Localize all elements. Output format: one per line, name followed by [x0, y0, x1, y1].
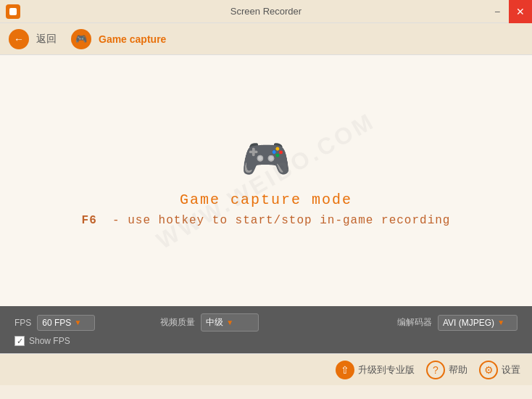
encoder-dropdown-arrow: ▼ [497, 318, 504, 326]
fps-label: FPS [14, 318, 31, 328]
back-label: 返回 [36, 33, 57, 46]
window-controls: − ✕ [486, 0, 532, 23]
help-button[interactable]: ? 帮助 [426, 361, 467, 379]
window-title: Screen Recorder [230, 6, 302, 17]
title-bar-left [0, 4, 20, 19]
quality-select[interactable]: 中级 ▼ [201, 313, 259, 332]
show-fps-label: Show FPS [29, 336, 70, 346]
app-icon [6, 4, 20, 19]
hotkey-rest: - use hotkey to start/stop in-game recor… [97, 214, 451, 227]
settings-row-main: FPS 60 FPS ▼ 视频质量 中级 ▼ 编解码器 AVI (MJPEG) … [14, 313, 518, 332]
settings-bar: FPS 60 FPS ▼ 视频质量 中级 ▼ 编解码器 AVI (MJPEG) … [0, 306, 532, 353]
footer-bar: ⇧ 升级到专业版 ? 帮助 ⚙ 设置 [0, 353, 532, 385]
encoder-value: AVI (MJPEG) [443, 318, 494, 328]
encoder-label: 编解码器 [397, 316, 432, 329]
back-button[interactable]: ← [9, 29, 29, 49]
game-capture-label: Game capture [99, 33, 166, 45]
quality-group: 视频质量 中级 ▼ [160, 313, 259, 332]
hotkey-description: F6 - use hotkey to start/stop in-game re… [82, 214, 451, 227]
close-button[interactable]: ✕ [509, 0, 532, 23]
show-fps-checkbox[interactable]: ✓ [14, 336, 25, 346]
settings-row-checkbox: ✓ Show FPS [14, 336, 518, 346]
hotkey-f6: F6 [82, 214, 97, 227]
settings-button[interactable]: ⚙ 设置 [479, 361, 520, 379]
fps-value: 60 FPS [42, 318, 71, 328]
game-capture-icon: 🎮 [71, 29, 91, 49]
settings-label: 设置 [502, 363, 520, 377]
main-content: WWW.WEIBO.COM 🎮 Game capture mode F6 - u… [0, 55, 532, 306]
gamepad-large-icon: 🎮 [241, 135, 291, 183]
upgrade-label: 升级到专业版 [358, 363, 415, 377]
svg-rect-0 [9, 8, 17, 15]
upgrade-icon: ⇧ [336, 361, 354, 379]
encoder-select[interactable]: AVI (MJPEG) ▼ [438, 315, 518, 331]
gamepad-icon: 🎮 [75, 33, 87, 44]
mode-title: Game capture mode [180, 192, 352, 208]
encoder-group: 编解码器 AVI (MJPEG) ▼ [397, 315, 518, 331]
fps-group: FPS 60 FPS ▼ [14, 315, 95, 331]
quality-value: 中级 [206, 316, 223, 329]
fps-select[interactable]: 60 FPS ▼ [37, 315, 95, 331]
quality-dropdown-arrow: ▼ [226, 318, 233, 326]
quality-label: 视频质量 [160, 316, 195, 329]
fps-dropdown-arrow: ▼ [74, 318, 81, 326]
title-bar: Screen Recorder − ✕ [0, 0, 532, 23]
settings-icon: ⚙ [479, 361, 498, 379]
help-icon: ? [426, 361, 445, 379]
back-arrow-icon: ← [14, 33, 24, 45]
help-label: 帮助 [449, 363, 467, 377]
show-fps-checkbox-group: ✓ Show FPS [14, 336, 70, 346]
minimize-button[interactable]: − [486, 0, 509, 23]
sub-header: ← 返回 🎮 Game capture [0, 23, 532, 55]
upgrade-button[interactable]: ⇧ 升级到专业版 [336, 361, 415, 379]
